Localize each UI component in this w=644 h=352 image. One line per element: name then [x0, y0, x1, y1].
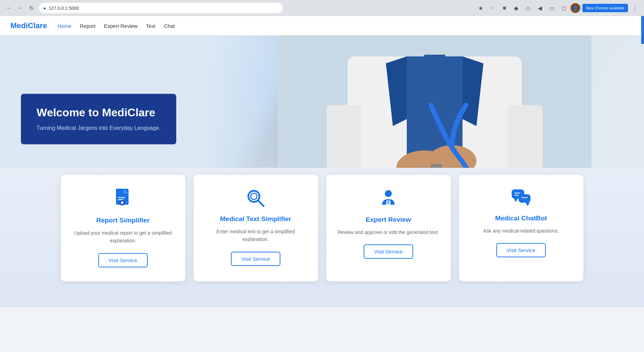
forward-button[interactable]: → [15, 3, 25, 13]
chatbot-icon [511, 189, 531, 210]
hero-subtitle: Turning Medical Jargons into Everyday La… [37, 124, 161, 132]
expert-review-card: Expert Review Review and approve or edit… [326, 175, 451, 281]
report-simplifier-title: Report Simplifier [96, 217, 149, 224]
star-icon[interactable]: ★ [476, 3, 486, 13]
browser-chrome: ← → ↻ ● 127.0.0.1:5000 ★ ▫ ■ ◆ ◇ ◀ ▭ ◻ 👤… [0, 0, 644, 16]
text-visit-button[interactable]: Visit Service [231, 252, 280, 266]
reload-button[interactable]: ↻ [26, 3, 36, 13]
svg-rect-30 [519, 194, 530, 203]
extension4-icon[interactable]: ◇ [523, 3, 533, 13]
extension7-icon[interactable]: ◻ [559, 3, 568, 13]
extension5-icon[interactable]: ◀ [535, 3, 545, 13]
expert-review-desc: Review and approve or edit the generated… [337, 228, 439, 236]
extension3-icon[interactable]: ◆ [511, 3, 521, 13]
hero-content: Welcome to MediClare Turning Medical Jar… [21, 94, 176, 144]
extension1-icon[interactable]: ▫ [488, 3, 497, 13]
svg-rect-11 [424, 55, 445, 69]
svg-rect-26 [387, 202, 389, 203]
hero-title: Welcome to MediClare [37, 106, 161, 119]
expert-icon [379, 189, 398, 211]
nav-home[interactable]: Home [57, 23, 71, 29]
text-simplifier-desc: Enter medical text to get a simplified e… [204, 228, 308, 243]
address-bar[interactable]: ● 127.0.0.1:5000 [39, 3, 283, 13]
extension2-icon[interactable]: ■ [499, 3, 509, 13]
chatbot-title: Medical ChatBot [495, 214, 547, 222]
browser-nav-buttons: ← → ↻ [4, 3, 36, 13]
nav-report[interactable]: Report [80, 23, 95, 29]
navigation-bar: MediClare Home Report Expert Review Text… [0, 16, 644, 36]
svg-rect-13 [116, 189, 124, 196]
expert-review-title: Expert Review [366, 216, 411, 224]
extension6-icon[interactable]: ▭ [547, 3, 557, 13]
svg-rect-32 [514, 193, 520, 194]
nav-expert-review[interactable]: Expert Review [104, 23, 138, 29]
services-grid: Report Simplifier Upload your medical re… [61, 168, 583, 281]
text-search-icon [246, 189, 265, 210]
text-simplifier-title: Medical Text Simplifier [220, 215, 291, 223]
hero-box: Welcome to MediClare Turning Medical Jar… [21, 94, 176, 144]
chatbot-card: Medical ChatBot Ask any medical-related … [459, 175, 583, 281]
chatbot-desc: Ask any medical-related questions. [483, 227, 559, 235]
report-visit-button[interactable]: Visit Service [98, 253, 148, 267]
profile-avatar[interactable]: 👤 [571, 3, 580, 13]
menu-icon[interactable]: ⋮ [630, 3, 640, 13]
svg-point-23 [385, 190, 392, 197]
new-chrome-button[interactable]: New Chrome available [582, 4, 628, 12]
svg-line-22 [258, 201, 264, 206]
svg-rect-25 [387, 201, 389, 202]
back-button[interactable]: ← [4, 3, 14, 13]
services-section: Report Simplifier Upload your medical re… [0, 168, 644, 307]
svg-rect-15 [118, 197, 125, 198]
svg-marker-31 [526, 203, 530, 206]
report-simplifier-desc: Upload your medical report to get a simp… [71, 229, 175, 245]
svg-rect-33 [514, 195, 519, 196]
vertical-scrollbar[interactable] [641, 16, 644, 44]
svg-marker-29 [514, 198, 518, 202]
expert-visit-button[interactable]: Visit Service [364, 244, 413, 259]
text-simplifier-card: Medical Text Simplifier Enter medical te… [194, 175, 318, 281]
nav-links: Home Report Expert Review Text Chat [57, 23, 175, 29]
svg-rect-19 [121, 202, 124, 203]
brand-logo[interactable]: MediClare [10, 21, 47, 30]
address-text: 127.0.0.1:5000 [49, 6, 79, 11]
svg-point-21 [251, 193, 257, 200]
nav-text[interactable]: Text [146, 23, 156, 29]
svg-rect-27 [387, 203, 389, 204]
browser-tools: ★ ▫ ■ ◆ ◇ ◀ ▭ ◻ 👤 New Chrome available ⋮ [476, 3, 640, 13]
svg-rect-34 [521, 197, 528, 198]
report-simplifier-card: Report Simplifier Upload your medical re… [61, 175, 185, 281]
nav-chat[interactable]: Chat [164, 23, 175, 29]
lock-icon: ● [43, 6, 46, 11]
chatbot-visit-button[interactable]: Visit Service [496, 243, 546, 257]
report-icon [115, 189, 131, 212]
